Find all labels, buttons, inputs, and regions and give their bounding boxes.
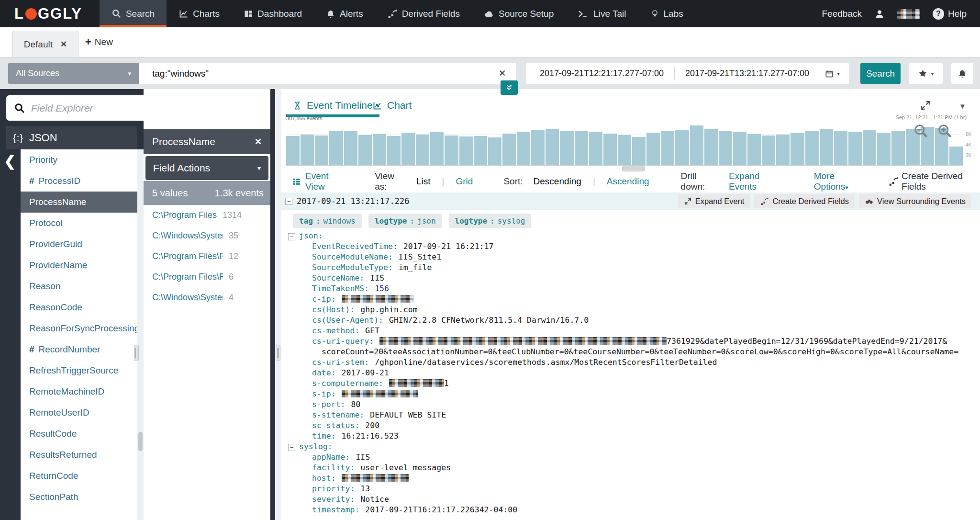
histogram-bar[interactable] bbox=[632, 137, 646, 165]
help-menu[interactable]: ? Help bbox=[933, 8, 967, 20]
json-key[interactable]: s-computername bbox=[312, 379, 379, 388]
json-value[interactable]: 1 bbox=[444, 379, 449, 388]
json-key[interactable]: timestamp bbox=[312, 505, 355, 514]
search-button[interactable]: Search bbox=[860, 63, 901, 84]
histogram-bar[interactable] bbox=[546, 129, 559, 165]
json-key[interactable]: facility bbox=[312, 463, 350, 472]
sort-descending-option[interactable]: Descending bbox=[534, 176, 581, 187]
expand-search-options-button[interactable] bbox=[501, 80, 518, 95]
json-key[interactable]: appName bbox=[312, 452, 345, 462]
histogram-bar[interactable] bbox=[863, 130, 876, 165]
json-value[interactable]: 13 bbox=[356, 484, 370, 493]
histogram-bar[interactable] bbox=[646, 133, 660, 166]
json-key[interactable]: host bbox=[312, 474, 331, 483]
close-icon[interactable]: ✕ bbox=[255, 136, 262, 147]
json-key[interactable]: syslog bbox=[299, 442, 328, 451]
histogram-bar[interactable] bbox=[618, 135, 631, 165]
histogram-bar[interactable] bbox=[445, 136, 458, 165]
search-query-input[interactable] bbox=[139, 63, 516, 84]
field-row[interactable]: # ProcessID bbox=[21, 170, 137, 192]
create-derived-fields-button[interactable]: Create Derived Fields bbox=[888, 171, 980, 192]
json-key[interactable]: cs-uri-query bbox=[312, 337, 369, 346]
tag-chip[interactable]: tag: windows bbox=[293, 214, 362, 228]
field-row[interactable]: RemoteUserID bbox=[21, 402, 137, 423]
field-row[interactable]: ProcessName bbox=[21, 192, 137, 213]
json-key[interactable]: date bbox=[312, 368, 331, 377]
field-row[interactable]: ProviderName bbox=[21, 255, 137, 276]
nav-item[interactable]: Dashboard bbox=[232, 0, 314, 27]
histogram-bar[interactable] bbox=[675, 130, 689, 165]
json-value[interactable]: IIS bbox=[351, 452, 370, 462]
panel-resize-handle[interactable] bbox=[276, 345, 280, 361]
collapse-icon[interactable]: − bbox=[288, 233, 295, 240]
json-key[interactable]: cs(User-Agent) bbox=[312, 316, 379, 325]
histogram-bar[interactable] bbox=[488, 137, 501, 165]
json-value[interactable]: GET bbox=[360, 326, 379, 335]
event-action-button[interactable]: Create Derived Fields bbox=[754, 194, 855, 208]
nav-item[interactable]: Live Tail bbox=[566, 0, 638, 27]
event-view-button[interactable]: Event View bbox=[292, 171, 345, 192]
histogram-bar[interactable] bbox=[459, 136, 473, 165]
json-value[interactable]: 156 bbox=[370, 284, 389, 293]
histogram-bar[interactable] bbox=[575, 131, 588, 165]
field-list-scrollbar[interactable] bbox=[137, 149, 144, 520]
histogram-bar[interactable] bbox=[733, 132, 746, 165]
field-row[interactable]: ResultsReturned bbox=[21, 444, 137, 465]
histogram-bar[interactable] bbox=[603, 134, 617, 165]
nav-item[interactable]: Alerts bbox=[314, 0, 375, 27]
json-value[interactable]: im_file bbox=[394, 263, 432, 272]
histogram-bar[interactable] bbox=[416, 135, 429, 165]
histogram-bar[interactable] bbox=[401, 133, 415, 166]
json-key[interactable]: time bbox=[312, 431, 331, 441]
panel-options-caret-icon[interactable]: ▼ bbox=[959, 102, 966, 110]
json-key[interactable]: json bbox=[299, 231, 318, 240]
view-as-grid-option[interactable]: Grid bbox=[456, 176, 473, 187]
value-row[interactable]: C:\Windows\Syster 35 bbox=[144, 226, 270, 246]
calendar-dropdown[interactable]: ▾ bbox=[824, 69, 840, 79]
tab-event-timeline[interactable]: Event Timeline bbox=[293, 94, 373, 117]
event-row-header[interactable]: − 2017-09-21 13:21:17.226 Expand Event C… bbox=[281, 192, 980, 210]
user-icon[interactable] bbox=[874, 9, 885, 19]
alerts-bell-button[interactable] bbox=[951, 63, 973, 84]
histogram-bar[interactable] bbox=[791, 133, 804, 165]
histogram-bar[interactable] bbox=[661, 131, 674, 165]
saved-searches-button[interactable]: ▾ bbox=[909, 63, 943, 84]
fullscreen-expand-icon[interactable] bbox=[920, 100, 931, 111]
json-value[interactable]: 200 bbox=[360, 421, 379, 430]
field-row[interactable]: ProviderGuid bbox=[21, 234, 137, 255]
nav-item[interactable]: Labs bbox=[638, 0, 695, 27]
histogram-bar[interactable] bbox=[834, 131, 847, 165]
value-row[interactable]: C:\Program Files\R 12 bbox=[144, 246, 270, 267]
histogram-bar[interactable] bbox=[502, 134, 516, 165]
histogram-bar[interactable] bbox=[820, 129, 833, 165]
field-row[interactable]: SectionPath bbox=[21, 486, 137, 508]
feedback-link[interactable]: Feedback bbox=[822, 9, 861, 19]
loggly-logo[interactable]: LGGLY bbox=[0, 0, 100, 27]
source-selector-dropdown[interactable]: All Sources ▾ bbox=[8, 63, 139, 84]
json-key[interactable]: SourceModuleName bbox=[312, 252, 388, 261]
field-row[interactable]: # RecordNumber bbox=[21, 339, 137, 360]
expand-events-link[interactable]: Expand Events bbox=[729, 171, 784, 192]
tab-default[interactable]: Default ✕ bbox=[12, 31, 78, 57]
json-value[interactable]: ghp.ghin.com bbox=[356, 305, 417, 314]
histogram-bar[interactable] bbox=[877, 133, 891, 166]
json-value[interactable]: 80 bbox=[346, 400, 361, 409]
histogram-bar[interactable] bbox=[690, 125, 703, 165]
field-row[interactable]: Reason bbox=[21, 276, 137, 297]
histogram-bar[interactable] bbox=[329, 131, 343, 165]
json-group-header[interactable]: {:} JSON bbox=[6, 126, 137, 149]
histogram-bar[interactable] bbox=[344, 131, 357, 165]
histogram-bar[interactable] bbox=[805, 131, 819, 165]
json-key[interactable]: s-port bbox=[312, 400, 341, 409]
json-value[interactable]: 2017-09-21T16:21:17.226342-04:00 bbox=[360, 505, 517, 514]
json-key[interactable]: SourceModuleType bbox=[312, 263, 388, 272]
json-key[interactable]: cs(Host) bbox=[312, 305, 350, 314]
histogram-bar[interactable] bbox=[560, 131, 573, 165]
json-key[interactable]: cs-method bbox=[312, 326, 355, 335]
histogram-bar[interactable] bbox=[315, 136, 328, 165]
field-row[interactable]: ReasonForSyncProcessing bbox=[21, 318, 137, 339]
json-key[interactable]: EventReceivedTime bbox=[312, 242, 393, 251]
histogram-bar[interactable] bbox=[719, 131, 732, 165]
json-value[interactable]: IIS_Site1 bbox=[394, 252, 441, 261]
tag-chip[interactable]: logtype: syslog bbox=[449, 214, 532, 228]
